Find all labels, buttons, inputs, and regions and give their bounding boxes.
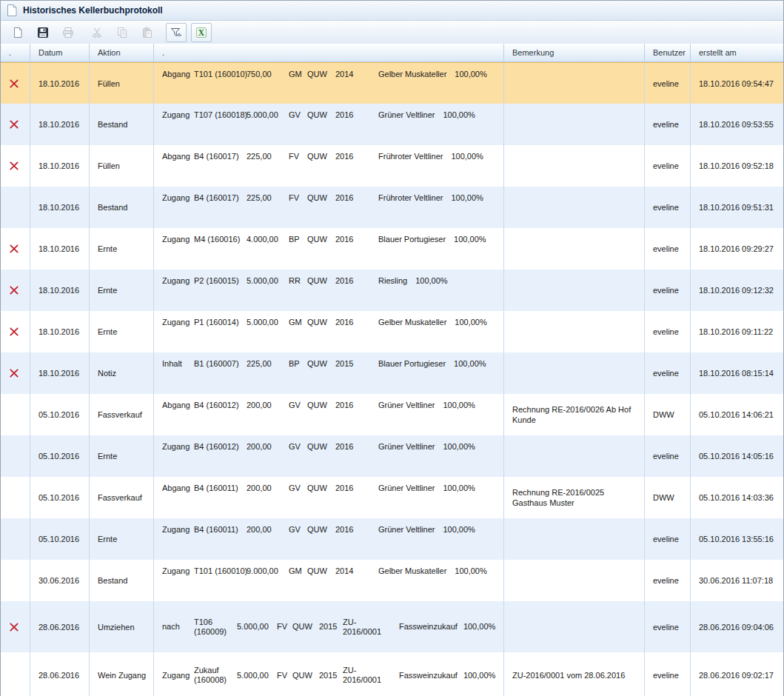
datum-cell: 05.10.2016	[30, 477, 90, 518]
column-header-benutzer[interactable]: Benutzer	[645, 44, 691, 61]
detail-amount: 4.000,00	[247, 235, 289, 244]
aktion-cell: Wein Zugang	[90, 652, 154, 696]
delete-row-icon[interactable]	[9, 622, 19, 632]
svg-text:X: X	[198, 28, 205, 37]
detail-quality: QUW	[292, 671, 319, 680]
column-header-row-actions[interactable]: .	[1, 44, 30, 61]
table-row[interactable]: 18.10.2016BestandZugangB4 (160017)225,00…	[1, 187, 783, 228]
detail-cell: ZugangP2 (160015)5.000,00RRQUW2016Riesli…	[154, 270, 504, 311]
aktion-cell: Füllen	[90, 145, 154, 187]
detail-code: FV	[277, 671, 292, 680]
benutzer-cell: eveline	[645, 560, 691, 601]
new-button[interactable]	[7, 23, 28, 42]
application-window: Historisches Kellerbuchprotokoll X .Datu…	[0, 0, 784, 696]
table-row[interactable]: 30.06.2016BestandZugangT101 (160010)9.00…	[1, 560, 783, 601]
datum-cell: 18.10.2016	[30, 63, 90, 104]
detail-quality: QUW	[307, 442, 335, 452]
detail-pct: 100,00%	[463, 622, 495, 632]
table-row[interactable]: 18.10.2016ErnteZugangM4 (160016)4.000,00…	[1, 228, 783, 270]
detail-fields: InhaltB1 (160007)225,00BPQUW2015Blauer P…	[154, 359, 486, 369]
detail-pct: 100,00%	[463, 671, 495, 680]
table-row[interactable]: 18.10.2016FüllenAbgangB4 (160017)225,00F…	[1, 145, 783, 187]
detail-quality: QUW	[307, 152, 335, 161]
detail-pct: 100,00%	[455, 70, 486, 79]
aktion-cell: Füllen	[90, 63, 154, 104]
excel-button[interactable]: X	[191, 23, 212, 42]
delete-row-icon[interactable]	[9, 285, 19, 295]
table-row[interactable]: 28.06.2016UmziehennachT106 (160009)5.000…	[1, 601, 783, 652]
table-row[interactable]: 05.10.2016FassverkaufAbgangB4 (160012)20…	[1, 394, 783, 435]
benutzer-cell: eveline	[645, 187, 691, 228]
detail-quality: QUW	[307, 359, 335, 369]
datum-cell: 18.10.2016	[30, 187, 90, 228]
benutzer-cell: DWW	[645, 394, 691, 435]
detail-fields: AbgangB4 (160012)200,00GVQUW2016Grüner V…	[154, 401, 475, 410]
datum-cell: 28.06.2016	[30, 601, 90, 652]
benutzer-cell: eveline	[645, 352, 691, 394]
excel-export-icon: X	[195, 27, 207, 39]
benutzer-cell: eveline	[645, 518, 691, 560]
detail-fields: ZugangB4 (160017)225,00FVQUW2016Frührote…	[154, 193, 483, 203]
table-row[interactable]: 18.10.2016ErnteZugangP2 (160015)5.000,00…	[1, 270, 783, 311]
detail-pct: 100,00%	[443, 401, 475, 410]
detail-wine: Grüner Veltliner	[378, 483, 435, 493]
datum-cell: 05.10.2016	[30, 394, 90, 435]
save-button[interactable]	[33, 23, 53, 42]
delete-row-icon[interactable]	[9, 327, 19, 337]
row-actions-cell	[1, 228, 30, 270]
detail-pct: 100,00%	[455, 318, 486, 327]
erstellt-am-cell: 18.10.2016 09:29:27	[691, 228, 783, 270]
row-actions-cell	[1, 518, 30, 560]
datum-cell: 05.10.2016	[30, 518, 90, 560]
column-header-detail[interactable]: .	[154, 44, 504, 61]
column-header-bemerkung[interactable]: Bemerkung	[504, 44, 645, 61]
detail-code: GV	[289, 483, 307, 493]
datum-cell: 28.06.2016	[30, 652, 90, 696]
bemerkung-cell	[504, 145, 645, 187]
delete-row-icon[interactable]	[9, 244, 19, 254]
column-header-aktion[interactable]: Aktion	[90, 44, 154, 61]
detail-container: B4 (160017)	[194, 193, 247, 203]
detail-container: B4 (160012)	[194, 442, 247, 452]
detail-cell: AbgangB4 (160012)200,00GVQUW2016Grüner V…	[154, 394, 504, 435]
detail-year: 2016	[335, 110, 361, 120]
aktion-cell: Bestand	[90, 187, 154, 228]
table-row[interactable]: 05.10.2016FassverkaufAbgangB4 (160011)20…	[1, 477, 783, 518]
new-document-icon	[12, 27, 24, 39]
detail-pct: 100,00%	[454, 359, 486, 369]
aktion-cell: Ernte	[90, 435, 154, 477]
detail-container: T107 (160018)	[194, 110, 247, 120]
delete-row-icon[interactable]	[9, 368, 19, 378]
delete-row-icon[interactable]	[9, 119, 19, 130]
table-row[interactable]: 28.06.2016Wein ZugangZugangZukauf (16000…	[1, 652, 783, 696]
delete-row-icon[interactable]	[9, 78, 19, 89]
benutzer-cell: eveline	[645, 63, 691, 104]
table-row[interactable]: 18.10.2016BestandZugangT107 (160018)5.00…	[1, 104, 783, 145]
table-row[interactable]: 05.10.2016ErnteZugangB4 (160011)200,00GV…	[1, 518, 783, 560]
table-row[interactable]: 18.10.2016ErnteZugangP1 (160014)5.000,00…	[1, 311, 783, 352]
detail-quality: QUW	[307, 276, 335, 286]
bemerkung-cell: ZU-2016/0001 vom 28.06.2016	[504, 652, 645, 696]
save-icon	[37, 27, 49, 39]
filter-button[interactable]	[166, 23, 187, 42]
detail-amount: 5.000,00	[247, 276, 289, 286]
table-row[interactable]: 05.10.2016ErnteZugangB4 (160012)200,00GV…	[1, 435, 783, 477]
detail-amount: 5.000,00	[247, 318, 289, 327]
detail-wine: Fassweinzukauf	[399, 671, 458, 680]
detail-year: 2015	[319, 671, 343, 680]
erstellt-am-cell: 05.10.2016 14:05:16	[691, 435, 783, 477]
detail-code: GM	[289, 566, 307, 576]
table-row[interactable]: 18.10.2016NotizInhaltB1 (160007)225,00BP…	[1, 352, 783, 394]
detail-wine: Grüner Veltliner	[378, 110, 435, 120]
delete-row-icon[interactable]	[9, 161, 19, 171]
detail-action: Abgang	[162, 483, 194, 493]
table-row[interactable]: 18.10.2016FüllenAbgangT101 (160010)750,0…	[1, 62, 783, 104]
detail-amount: 200,00	[247, 483, 289, 493]
erstellt-am-cell: 28.06.2016 09:04:06	[691, 601, 783, 652]
column-header-datum[interactable]: Datum	[30, 44, 90, 61]
detail-container: P2 (160015)	[194, 276, 247, 286]
detail-amount: 200,00	[247, 442, 289, 452]
detail-amount: 5.000,00	[247, 110, 289, 120]
column-header-erstellt-am[interactable]: erstellt am	[691, 44, 783, 61]
aktion-cell: Fassverkauf	[90, 394, 154, 435]
